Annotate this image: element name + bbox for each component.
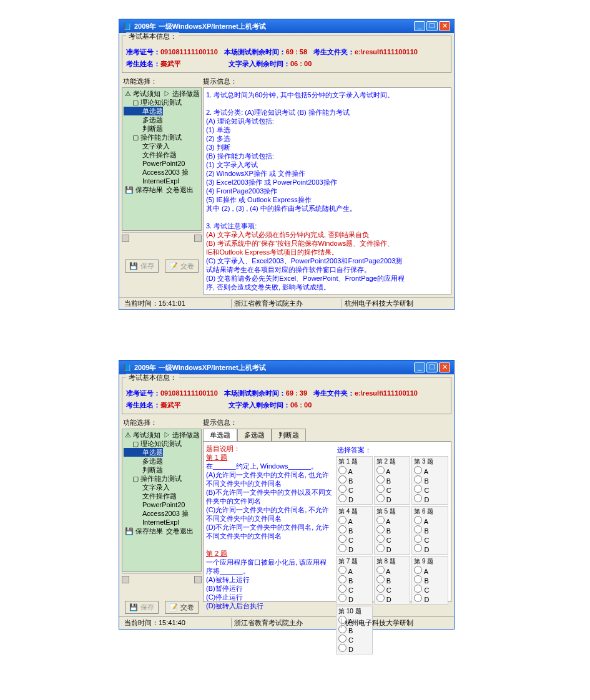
val-sj: 69 : 39: [286, 389, 307, 397]
tree-ie[interactable]: InternetExpl: [124, 177, 179, 185]
answer-option[interactable]: C: [414, 485, 446, 494]
tree-access[interactable]: Access2003 操: [124, 168, 189, 177]
tree-theory[interactable]: ▢ 理论知识测试: [124, 439, 182, 448]
tree-type[interactable]: 文字录入: [124, 142, 170, 150]
answer-option[interactable]: B: [414, 475, 446, 485]
answer-option[interactable]: A: [414, 516, 446, 525]
tree-ppt[interactable]: PowerPoint20: [124, 159, 185, 168]
val-wj: e:\result\111100110: [355, 389, 418, 397]
tree-intro[interactable]: ⚠ 考试须知: [124, 430, 160, 439]
tree-ppt[interactable]: PowerPoint20: [124, 500, 185, 509]
nav-legend: 功能选择：: [122, 75, 202, 87]
answer-option[interactable]: B: [338, 475, 370, 485]
save-button[interactable]: 💾 保存: [125, 601, 158, 614]
answer-option[interactable]: D: [414, 494, 446, 503]
submit-button[interactable]: 📝 交卷: [165, 260, 198, 273]
tree-intro[interactable]: ⚠ 考试须知: [124, 89, 160, 98]
tree-access[interactable]: Access2003 操: [124, 509, 189, 518]
tree-theory[interactable]: ▢ 理论知识测试: [124, 98, 182, 107]
app-icon: 📘: [123, 364, 132, 372]
answer-option[interactable]: C: [338, 485, 370, 494]
answer-option[interactable]: B: [414, 575, 446, 585]
answer-option[interactable]: B: [376, 575, 408, 585]
answer-option[interactable]: A: [414, 466, 446, 475]
tree-exit[interactable]: 交卷退出: [165, 527, 194, 535]
answer-option[interactable]: C: [338, 634, 370, 644]
val-zh: 091081111100110: [160, 48, 218, 56]
tree-scrollbar[interactable]: [122, 573, 202, 583]
answer-option[interactable]: A: [414, 566, 446, 575]
tree-save[interactable]: 💾 保存结果: [124, 185, 163, 194]
tree-single[interactable]: 单选题: [124, 107, 163, 115]
label-wj: 考生文件夹：: [313, 389, 355, 397]
exam-window-intro: 📘2009年 一级WindowsXP/Internet上机考试 _ ☐ ✕ 考试…: [119, 19, 455, 310]
status-dev: 杭州电子科技大学研制: [342, 299, 451, 308]
submit-button[interactable]: 📝 交卷: [165, 601, 198, 614]
titlebar: 📘2009年 一级WindowsXP/Internet上机考试 _ ☐ ✕: [119, 19, 454, 33]
answer-option[interactable]: D: [338, 544, 370, 553]
tip-header: 提示信息：: [203, 417, 451, 429]
answer-option[interactable]: B: [338, 575, 370, 585]
nav-tree[interactable]: ⚠ 考试须知 ▷ 选择做题 ▢ 理论知识测试 单选题 多选题 判断题 ▢ 操作能…: [122, 87, 202, 231]
close-button[interactable]: ✕: [439, 362, 450, 372]
tree-op[interactable]: ▢ 操作能力测试: [124, 133, 182, 142]
answer-option[interactable]: D: [338, 494, 370, 503]
answer-option[interactable]: D: [338, 644, 370, 653]
answer-option[interactable]: D: [376, 594, 408, 603]
tree-scrollbar[interactable]: [122, 232, 202, 242]
tab-judge[interactable]: 判断题: [272, 429, 306, 441]
tree-multi[interactable]: 多选题: [124, 457, 163, 465]
answer-option[interactable]: C: [376, 485, 408, 494]
tree-judge[interactable]: 判断题: [124, 465, 163, 474]
tree-ie[interactable]: InternetExpl: [124, 518, 179, 527]
answer-option[interactable]: B: [376, 475, 408, 485]
tree-save[interactable]: 💾 保存结果: [124, 527, 163, 535]
answer-cell-q3: 第 3 题 A B C D: [411, 456, 448, 505]
minimize-button[interactable]: _: [414, 362, 425, 372]
tree-op[interactable]: ▢ 操作能力测试: [124, 474, 182, 483]
answer-option[interactable]: A: [376, 516, 408, 525]
app-icon: 📘: [123, 22, 132, 31]
answer-option[interactable]: D: [414, 544, 446, 553]
tree-multi[interactable]: 多选题: [124, 115, 163, 124]
answer-option[interactable]: A: [338, 466, 370, 475]
tree-file[interactable]: 文件操作题: [124, 150, 177, 159]
save-button[interactable]: 💾 保存: [125, 260, 158, 273]
tree-select[interactable]: ▷ 选择做题: [162, 89, 200, 98]
val-sj: 69 : 58: [286, 48, 307, 56]
val-wz: 06 : 00: [290, 401, 312, 409]
answer-option[interactable]: A: [376, 466, 408, 475]
label-wj: 考生文件夹：: [313, 48, 355, 56]
answer-option[interactable]: D: [376, 494, 408, 503]
tree-judge[interactable]: 判断题: [124, 124, 163, 133]
answer-option[interactable]: D: [376, 544, 408, 553]
answer-option[interactable]: A: [338, 516, 370, 525]
tab-single[interactable]: 单选题: [203, 429, 237, 441]
maximize-button[interactable]: ☐: [426, 362, 438, 372]
tree-file[interactable]: 文件操作题: [124, 492, 177, 500]
answer-option[interactable]: C: [414, 535, 446, 544]
tab-multi[interactable]: 多选题: [237, 429, 272, 441]
minimize-button[interactable]: _: [414, 21, 425, 31]
close-button[interactable]: ✕: [439, 21, 450, 31]
maximize-button[interactable]: ☐: [426, 21, 438, 31]
tree-type[interactable]: 文字录入: [124, 483, 170, 492]
answer-option[interactable]: B: [414, 525, 446, 535]
tree-exit[interactable]: 交卷退出: [165, 185, 194, 194]
answer-option[interactable]: A: [376, 566, 408, 575]
answer-option[interactable]: C: [376, 585, 408, 594]
answer-option[interactable]: C: [338, 585, 370, 594]
tree-single[interactable]: 单选题: [124, 448, 163, 457]
answer-option[interactable]: C: [376, 535, 408, 544]
nav-tree[interactable]: ⚠ 考试须知 ▷ 选择做题 ▢ 理论知识测试 单选题 多选题 判断题 ▢ 操作能…: [122, 429, 202, 572]
answer-cell-q4: 第 4 题 A B C D: [336, 506, 373, 555]
answer-option[interactable]: C: [414, 585, 446, 594]
titlebar: 📘2009年 一级WindowsXP/Internet上机考试 _ ☐ ✕: [119, 361, 454, 374]
answer-option[interactable]: A: [338, 566, 370, 575]
answer-option[interactable]: C: [338, 535, 370, 544]
tree-select[interactable]: ▷ 选择做题: [162, 430, 200, 439]
answer-option[interactable]: B: [376, 525, 408, 535]
answer-option[interactable]: B: [338, 525, 370, 535]
answer-option[interactable]: D: [414, 594, 446, 603]
answer-option[interactable]: D: [338, 594, 370, 603]
